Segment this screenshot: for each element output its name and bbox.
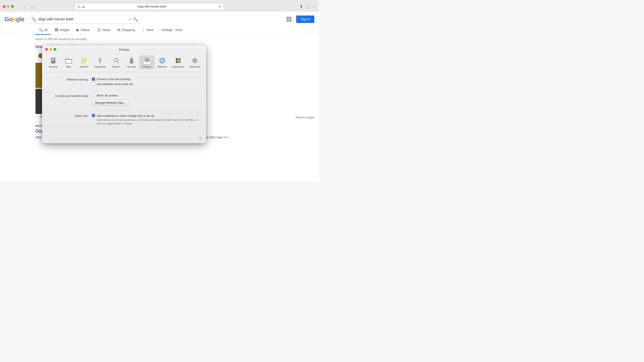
settings-link[interactable]: Settings <box>160 26 173 34</box>
toolbar-autofill[interactable]: AutoFill <box>76 55 92 69</box>
search-box[interactable]: 🔍 dogs with human teeth × 🔍 <box>28 15 142 24</box>
tabs-icon <box>64 57 72 64</box>
privacy-icon <box>143 57 151 64</box>
shopping-icon: 🛍 <box>117 28 120 32</box>
address-bar[interactable]: 🔍 🔒 dogs with human teeth ↻ <box>75 3 224 10</box>
new-tab-button[interactable]: ⬜ <box>305 4 310 9</box>
prevent-cross-site-checkbox[interactable] <box>92 78 95 81</box>
cookies-options: Block all cookies Manage Website Data... <box>92 94 199 106</box>
grid-dot <box>288 20 290 22</box>
clear-search-button[interactable]: × <box>129 17 131 21</box>
ask-not-track-option: Ask websites not to track me <box>92 82 199 86</box>
toolbar-websites-label: Websites <box>157 65 167 68</box>
grid-dot <box>286 17 288 18</box>
tab-more[interactable]: ⋮ More <box>139 25 157 35</box>
search-query: dogs with human teeth <box>38 17 126 21</box>
svg-rect-30 <box>178 58 180 60</box>
grid-dot <box>288 18 290 20</box>
block-all-cookies-checkbox[interactable] <box>92 94 95 97</box>
svg-point-22 <box>146 59 147 60</box>
back-button[interactable]: ‹ <box>17 4 20 9</box>
tab-news[interactable]: 📰 News <box>94 25 113 35</box>
autofill-icon <box>80 57 88 64</box>
search-icon: 🔍 <box>77 5 80 8</box>
search-pref-icon <box>112 57 120 64</box>
block-all-cookies-label: Block all cookies <box>97 94 118 97</box>
toolbar-advanced[interactable]: Advanced <box>187 55 203 69</box>
header-right: Sign in <box>285 15 314 23</box>
sidebar-toggle-button[interactable]: ⬜ <box>29 4 36 9</box>
reload-button[interactable]: ↻ <box>219 5 221 8</box>
tools-link[interactable]: Tools <box>174 26 183 34</box>
minimize-button[interactable] <box>7 5 10 8</box>
dialog-content: Website tracking: Prevent cross-site tra… <box>42 72 206 134</box>
url-text: dogs with human teeth <box>86 5 217 8</box>
toolbar-security[interactable]: Security <box>124 55 139 69</box>
maximize-button[interactable] <box>11 5 14 8</box>
tab-images[interactable]: 🖼 Images <box>52 26 73 35</box>
toolbar-search[interactable]: Search <box>108 55 124 69</box>
toolbar-general[interactable]: General <box>46 55 61 69</box>
nav-divider <box>158 28 159 32</box>
toolbar-advanced-label: Advanced <box>189 65 200 68</box>
svg-rect-23 <box>144 62 150 64</box>
lock-icon: 🔒 <box>82 5 85 8</box>
svg-rect-29 <box>176 58 178 60</box>
cookies-row: Cookies and website data: Block all cook… <box>49 94 199 106</box>
dialog-title: Privacy <box>119 48 129 51</box>
dialog-close-button[interactable] <box>45 48 48 51</box>
share-button[interactable]: ⬆ <box>300 4 303 9</box>
toolbar-search-label: Search <box>112 65 120 68</box>
tab-shopping[interactable]: 🛍 Shopping <box>114 26 138 35</box>
close-button[interactable] <box>3 5 6 8</box>
report-images-link[interactable]: Report images <box>296 116 314 119</box>
svg-rect-32 <box>178 61 180 63</box>
dialog-footer: ? <box>42 134 206 143</box>
nav-tabs: 🔍 All 🖼 Images ▶ Videos 📰 News 🛍 Shoppin… <box>0 25 319 35</box>
help-button[interactable]: ? <box>198 136 203 141</box>
dialog-traffic-lights <box>45 48 56 51</box>
toolbar-passwords[interactable]: Passwords <box>92 55 108 69</box>
toolbar-privacy[interactable]: Privacy <box>139 55 154 69</box>
browser-chrome: ‹ › ⬜ 🔍 🔒 dogs with human teeth ↻ ⬆ ⬜ ⋯ <box>0 0 319 11</box>
browser-actions: ⬆ ⬜ ⋯ <box>300 4 316 9</box>
svg-point-20 <box>131 62 132 62</box>
traffic-lights <box>3 5 14 8</box>
sign-in-button[interactable]: Sign in <box>296 15 314 23</box>
svg-rect-1 <box>52 59 55 59</box>
privacy-dialog: Privacy General <box>42 45 206 143</box>
forward-button[interactable]: › <box>23 4 26 9</box>
toolbar-websites[interactable]: Websites <box>154 55 170 69</box>
google-logo: Google <box>4 16 24 23</box>
toolbar-autofill-label: AutoFill <box>80 65 88 68</box>
pref-divider <box>92 90 199 90</box>
toolbar-security-label: Security <box>127 65 136 68</box>
ask-not-track-checkbox[interactable] <box>92 83 95 86</box>
apple-pay-option-label: Allow websites to check if Apple Pay is … <box>97 114 154 117</box>
dialog-minimize-button[interactable] <box>49 48 52 51</box>
apple-pay-label: Apple Pay: <box>49 114 88 117</box>
google-apps-button[interactable] <box>285 15 293 23</box>
extensions-button[interactable]: ⋯ <box>312 4 316 9</box>
google-header: Google 🔍 dogs with human teeth × 🔍 Sign … <box>0 11 319 24</box>
svg-rect-6 <box>65 59 72 60</box>
dialog-maximize-button[interactable] <box>54 48 56 51</box>
toolbar-extensions[interactable]: Extensions <box>170 55 187 69</box>
website-tracking-label: Website tracking: <box>49 77 88 81</box>
toolbar-general-label: General <box>49 65 57 68</box>
tab-all[interactable]: 🔍 All <box>36 25 51 35</box>
passwords-icon <box>96 57 104 64</box>
toolbar-passwords-label: Passwords <box>94 65 106 68</box>
manage-website-data-button[interactable]: Manage Website Data... <box>92 100 129 106</box>
advanced-icon <box>191 57 199 64</box>
grid-dot <box>290 18 291 20</box>
svg-rect-31 <box>176 61 178 63</box>
apple-pay-options: Allow websites to check if Apple Pay is … <box>92 114 199 125</box>
ask-not-track-label: Ask websites not to track me <box>97 82 133 86</box>
toolbar-tabs[interactable]: Tabs <box>61 55 76 69</box>
apple-pay-checkbox[interactable] <box>92 114 95 117</box>
news-icon: 📰 <box>97 28 101 32</box>
tab-videos[interactable]: ▶ Videos <box>73 25 93 35</box>
general-icon <box>49 57 57 64</box>
search-submit-button[interactable]: 🔍 <box>133 17 138 22</box>
